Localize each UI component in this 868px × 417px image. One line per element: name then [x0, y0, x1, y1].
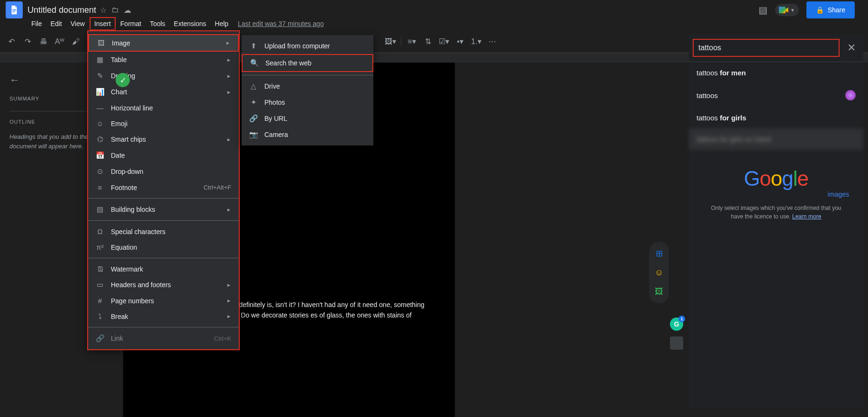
menubar-help[interactable]: Help	[211, 18, 232, 29]
menubar-extensions[interactable]: Extensions	[170, 18, 210, 29]
print-button[interactable]: 🖶	[38, 36, 49, 47]
check-icon: ✓	[116, 73, 130, 87]
paint-format-button[interactable]: 🖌	[70, 36, 81, 47]
menubar-edit[interactable]: Edit	[47, 18, 66, 29]
break-icon: ⤵	[96, 312, 104, 320]
insert-image[interactable]: 🖼Image►	[88, 34, 239, 52]
chevron-right-icon: ►	[226, 57, 231, 63]
menubar-file[interactable]: File	[27, 18, 46, 29]
last-edit-link[interactable]: Last edit was 37 minutes ago	[238, 20, 324, 27]
close-icon[interactable]: ✕	[843, 42, 859, 54]
docs-logo[interactable]	[6, 1, 23, 18]
image-submenu: ⬆Upload from computer🔍Search the web△Dri…	[242, 35, 373, 145]
search-input[interactable]	[693, 39, 840, 57]
comments-icon[interactable]: ▤	[759, 4, 768, 16]
insert-image-button[interactable]: 🖼▾	[385, 36, 396, 47]
menu-item-label: Photos	[264, 99, 366, 106]
image-camera[interactable]: 📷Camera	[242, 127, 373, 143]
learn-more-link[interactable]: Learn more	[792, 213, 821, 220]
chevron-right-icon: ►	[226, 73, 231, 79]
line-spacing-button[interactable]: ⇅	[422, 36, 434, 47]
insert-chart[interactable]: 📊Chart►	[88, 84, 239, 100]
search-disclaimer: Only select images which you've confirme…	[689, 198, 863, 227]
insert-drop-down[interactable]: ⊙Drop-down	[88, 163, 239, 180]
insert-emoji[interactable]: ☺Emoji	[88, 116, 239, 131]
checklist-button[interactable]: ☑▾	[438, 36, 450, 47]
insert-date[interactable]: 📅Date	[88, 147, 239, 163]
add-comment-button[interactable]: ⊞	[654, 248, 664, 259]
meet-button[interactable]: ▼	[775, 4, 799, 16]
insert-building-blocks[interactable]: ▤Building blocks►	[88, 201, 239, 218]
menu-item-label: Link	[111, 335, 208, 342]
menu-item-label: Date	[111, 152, 231, 159]
insert-link[interactable]: 🔗LinkCtrl+K	[88, 330, 239, 346]
insert-drawing[interactable]: ✎Drawing►	[88, 68, 239, 84]
more-button[interactable]: ⋯	[487, 36, 498, 47]
lock-icon: 🔒	[816, 6, 824, 14]
image-by-url[interactable]: 🔗By URL	[242, 110, 373, 127]
insert-equation[interactable]: π²Equation	[88, 239, 239, 255]
align-button[interactable]: ≡▾	[406, 36, 417, 47]
images-label: images	[689, 190, 849, 198]
svg-rect-0	[12, 9, 16, 9]
suggestion-text: tattoos for men	[696, 69, 746, 77]
insert-footnote[interactable]: ≡FootnoteCtrl+Alt+F	[88, 180, 239, 195]
menu-item-label: Upload from computer	[264, 42, 366, 50]
insert-menu: 🖼Image►▦Table►✎Drawing►📊Chart►—Horizonta…	[87, 30, 240, 350]
menu-item-label: Image	[112, 39, 219, 47]
search-suggestion[interactable]: tattoos for girls on hand	[689, 128, 863, 150]
menu-item-label: Drop-down	[111, 168, 231, 175]
spellcheck-button[interactable]: Aᵂ	[54, 36, 65, 47]
search-suggestion[interactable]: tattoos for girls	[689, 107, 863, 128]
grammarly-badge[interactable]: G	[670, 317, 683, 331]
insert-headers-and-footers[interactable]: ▭Headers and footers►	[88, 277, 239, 293]
add-emoji-button[interactable]: ☺	[654, 267, 664, 278]
insert-special-characters[interactable]: ΩSpecial characters	[88, 224, 239, 239]
chart-icon: 📊	[96, 88, 104, 96]
menubar-tools[interactable]: Tools	[146, 18, 169, 29]
insert-watermark[interactable]: 🖻Watermark	[88, 261, 239, 277]
image-drive[interactable]: △Drive	[242, 78, 373, 94]
chevron-right-icon: ►	[226, 282, 231, 288]
chevron-right-icon: ►	[226, 314, 231, 319]
link-icon: 🔗	[96, 334, 104, 343]
building-blocks-icon: ▤	[96, 205, 104, 214]
drive-icon: △	[249, 82, 258, 91]
menu-item-label: Smart chips	[111, 136, 220, 143]
cloud-icon[interactable]: ☁	[124, 6, 131, 15]
image-search-the-web[interactable]: 🔍Search the web	[242, 54, 373, 72]
chevron-down-icon: ▼	[790, 8, 795, 13]
insert-table[interactable]: ▦Table►	[88, 52, 239, 68]
search-suggestion[interactable]: tattoos	[689, 83, 863, 107]
move-icon[interactable]: 🗀	[111, 6, 119, 14]
share-button[interactable]: 🔒 Share	[806, 1, 855, 18]
explore-button[interactable]	[670, 336, 683, 350]
image-icon: 🖼	[97, 39, 105, 47]
bullet-list-button[interactable]: •▾	[454, 36, 466, 47]
insert-smart-chips[interactable]: ⌬Smart chips►	[88, 131, 239, 147]
menubar-format[interactable]: Format	[117, 18, 145, 29]
document-title[interactable]: Untitled document	[27, 5, 96, 15]
image-photos[interactable]: ✦Photos	[242, 94, 373, 110]
insert-break[interactable]: ⤵Break►	[88, 308, 239, 324]
image-upload-from-computer[interactable]: ⬆Upload from computer	[242, 38, 373, 54]
page-numbers-icon: #	[96, 297, 104, 305]
menu-item-label: Footnote	[111, 184, 197, 191]
menubar-insert[interactable]: Insert	[90, 17, 116, 30]
insert-horizontal-line[interactable]: —Horizontal line	[88, 100, 239, 116]
insert-page-numbers[interactable]: #Page numbers►	[88, 293, 239, 308]
suggest-button[interactable]: 🖼	[654, 286, 664, 297]
numbered-list-button[interactable]: 1.▾	[470, 36, 482, 47]
suggestion-text: tattoos for girls on hand	[696, 135, 771, 143]
smart-chips-icon: ⌬	[96, 135, 104, 144]
watermark-icon: 🖻	[96, 265, 104, 273]
svg-rect-2	[12, 12, 15, 12]
search-suggestion[interactable]: tattoos for men	[689, 62, 863, 83]
menu-item-label: Camera	[264, 131, 366, 138]
star-icon[interactable]: ☆	[100, 6, 107, 15]
redo-button[interactable]: ↷	[22, 36, 33, 47]
undo-button[interactable]: ↶	[6, 36, 17, 47]
menu-shortcut: Ctrl+Alt+F	[203, 184, 231, 191]
date-icon: 📅	[96, 151, 104, 160]
menubar-view[interactable]: View	[67, 18, 89, 29]
